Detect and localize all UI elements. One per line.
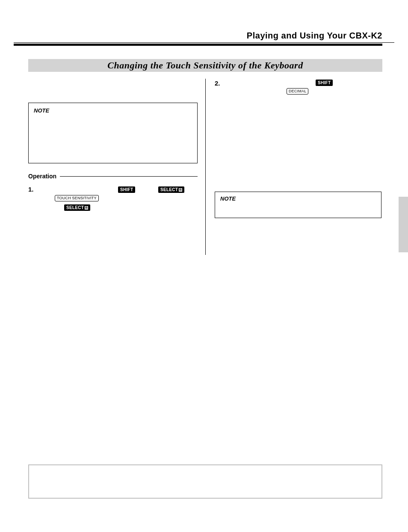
note-label: NOTE [34, 107, 192, 114]
operation-rule [60, 176, 198, 177]
shift-key-icon: SHIFT [118, 186, 135, 193]
select-b-box-2: B [85, 206, 88, 210]
note-label-right: NOTE [220, 195, 376, 202]
select-b-key-icon-2: SELECTB [64, 204, 90, 211]
bottom-empty-box [28, 464, 382, 499]
step-2-number: 2. [215, 80, 220, 87]
operation-heading-row: Operation [28, 173, 198, 180]
section-title-bar: Changing the Touch Sensitivity of the Ke… [28, 59, 382, 72]
operation-label: Operation [28, 173, 56, 180]
running-header: Playing and Using Your CBX-K2 [247, 31, 382, 41]
step-2: 2. SHIFT DECIMAL [215, 77, 381, 98]
column-divider [205, 79, 206, 255]
left-column: NOTE Operation 1. SHIFT SELECTB TOUCH SE… [28, 77, 198, 213]
select-b-box: B [179, 188, 182, 192]
top-thin-rule [14, 42, 394, 43]
note-box-right: NOTE [215, 192, 381, 218]
select-b-text: SELECT [160, 187, 178, 192]
select-b-text-2: SELECT [66, 205, 84, 210]
shift-key-icon-r: SHIFT [316, 80, 333, 86]
step-1-number: 1. [28, 186, 34, 193]
decimal-key-icon: DECIMAL [287, 88, 308, 95]
section-title: Changing the Touch Sensitivity of the Ke… [107, 60, 303, 71]
side-tab [399, 197, 408, 252]
select-b-key-icon: SELECTB [158, 186, 184, 193]
note-box-left: NOTE [28, 103, 198, 163]
touch-sensitivity-key-icon: TOUCH SENSITIVITY [55, 195, 99, 201]
step-1: 1. SHIFT SELECTB TOUCH SENSITIVITY SELEC… [28, 186, 198, 213]
header-heavy-rule [14, 44, 382, 46]
right-column: 2. SHIFT DECIMAL NOTE [215, 77, 381, 218]
